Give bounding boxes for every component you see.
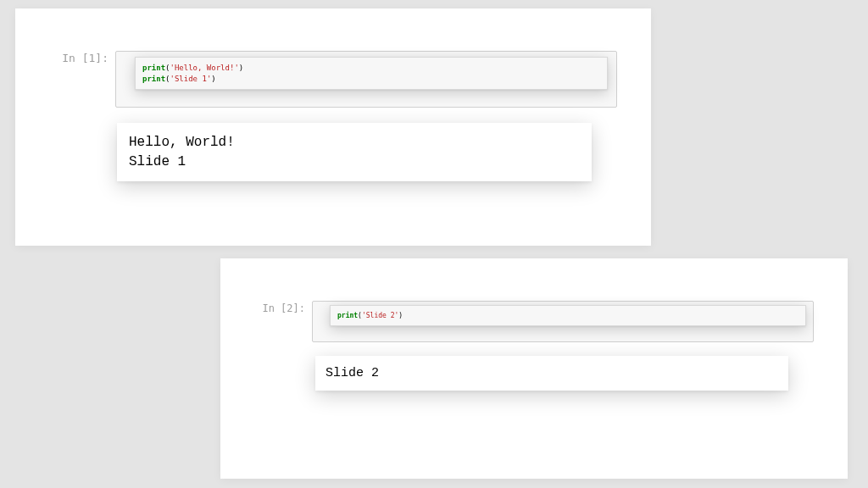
code-fn: print: [337, 312, 358, 319]
code-box-2: print('Slide 2'): [330, 305, 806, 326]
code-box-1: print('Hello, World!') print('Slide 1'): [135, 57, 608, 90]
input-area-1[interactable]: print('Hello, World!') print('Slide 1'): [115, 51, 617, 108]
code-string: Slide 2: [366, 312, 395, 319]
code-paren-close: ): [211, 75, 215, 83]
output-row-2: Slide 2: [254, 356, 814, 391]
output-spacer: [254, 356, 315, 391]
input-area-2[interactable]: print('Slide 2'): [312, 301, 814, 342]
output-row-1: Hello, World! Slide 1: [49, 123, 617, 181]
output-box-1: Hello, World! Slide 1: [117, 123, 592, 181]
output-box-2: Slide 2: [315, 356, 788, 391]
code-fn: print: [142, 64, 165, 72]
code-string: Slide 1: [175, 75, 207, 83]
code-cell-2: In [2]: print('Slide 2'): [254, 301, 814, 342]
code-string: Hello, World!: [175, 64, 234, 72]
code-cell-1: In [1]: print('Hello, World!') print('Sl…: [49, 51, 617, 108]
slide-2: In [2]: print('Slide 2') Slide 2: [220, 258, 848, 479]
code-fn: print: [142, 75, 165, 83]
slide-1: In [1]: print('Hello, World!') print('Sl…: [15, 8, 651, 246]
code-paren-close: ): [239, 64, 243, 72]
input-prompt-1: In [1]:: [49, 51, 115, 66]
code-paren-close: ): [398, 312, 403, 319]
input-prompt-2: In [2]:: [254, 301, 312, 316]
output-spacer: [49, 123, 117, 181]
